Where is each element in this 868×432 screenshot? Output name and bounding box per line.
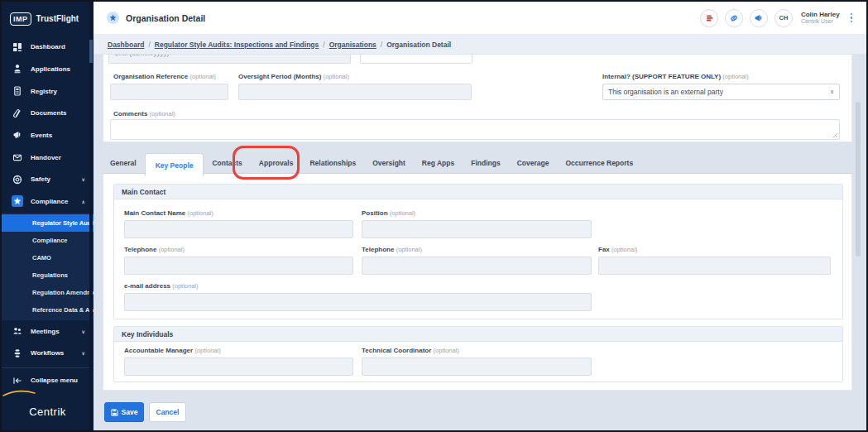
tab-relationships[interactable]: Relationships [301, 154, 364, 173]
compliance-star-icon [12, 195, 23, 207]
main-contact-heading: Main Contact [114, 185, 842, 199]
collapse-arrow-icon [12, 375, 23, 386]
sidebar-item-handover[interactable]: Handover [2, 146, 94, 169]
tab-approvals[interactable]: Approvals [251, 154, 302, 173]
resize-handle-icon[interactable] [832, 132, 838, 138]
chevron-up-icon: ∧ [82, 199, 85, 204]
user-name: Colin Harley [801, 11, 840, 19]
chevron-down-icon: ∨ [82, 176, 85, 182]
sidebar-item-documents[interactable]: Documents [2, 102, 94, 124]
breadcrumb-regulator-style-audits[interactable]: Regulator Style Audits: Inspections and … [155, 41, 319, 49]
main-contact-name-input[interactable] [124, 220, 353, 238]
user-avatar[interactable]: CH [774, 9, 793, 27]
position-input[interactable] [362, 220, 592, 238]
sidebar-scrollbar-thumb[interactable] [89, 40, 93, 63]
sidebar-item-label: Registry [31, 88, 57, 95]
accountable-manager-input[interactable] [124, 358, 353, 376]
handover-icon [12, 151, 23, 163]
telephone-2-input[interactable] [362, 257, 592, 275]
key-people-card: Main Contact Main Contact Name (optional… [103, 174, 852, 391]
cancel-button[interactable]: Cancel [149, 402, 186, 422]
imp-logo-icon: IMP [10, 12, 31, 26]
internal-select[interactable]: This organisation is an external party ∨ [602, 84, 840, 100]
breadcrumb-current: Organisation Detail [386, 41, 451, 49]
tab-occurrence-reports[interactable]: Occurrence Reports [557, 154, 641, 173]
sidebar-item-registry[interactable]: Registry [2, 80, 94, 103]
megaphone-icon [754, 13, 764, 23]
dashboard-icon [12, 41, 23, 53]
key-individuals-section: Key Individuals Accountable Manager (opt… [113, 326, 843, 382]
telephone-1-input[interactable] [124, 257, 353, 275]
key-individuals-heading: Key Individuals [114, 327, 842, 342]
breadcrumb-separator: / [381, 41, 382, 49]
workflows-icon [12, 348, 23, 359]
topbar: Organisation Detail CH Colin Harley Cent… [94, 2, 866, 35]
tab-contacts[interactable]: Contacts [204, 154, 250, 173]
tab-findings[interactable]: Findings [463, 154, 508, 173]
tab-general[interactable]: General [103, 154, 145, 173]
oversight-period-input[interactable] [238, 84, 472, 100]
submenu-item-regulator-style-audits[interactable]: Regulator Style Audits [2, 214, 94, 232]
general-form-card: Until (dd/mm/yyyy) Organisation Referenc… [103, 55, 852, 142]
sidebar: IMP TrustFlight Dashboard Applications R… [2, 2, 94, 430]
link-icon [729, 13, 739, 23]
centrik-swoosh-icon [0, 389, 38, 397]
save-button[interactable]: Save [104, 402, 144, 422]
breadcrumb-organisations[interactable]: Organisations [329, 41, 376, 49]
sidebar-item-workflows[interactable]: Workflows ∨ [2, 342, 94, 364]
accountable-manager-label: Accountable Manager (optional) [124, 347, 221, 354]
paperclip-icon [12, 108, 23, 119]
safety-icon [12, 174, 23, 185]
more-menu-button[interactable] [846, 11, 856, 25]
position-label: Position (optional) [362, 209, 415, 217]
tab-key-people[interactable]: Key People [145, 153, 204, 176]
page-content: Until (dd/mm/yyyy) Organisation Referenc… [94, 55, 866, 430]
sidebar-item-compliance[interactable]: Compliance ∧ [2, 190, 94, 213]
chevron-down-icon: ∨ [830, 89, 834, 95]
red-list-icon [704, 13, 714, 23]
comments-label: Comments (optional) [113, 110, 175, 118]
email-input[interactable] [124, 293, 592, 311]
tab-oversight[interactable]: Oversight [364, 154, 414, 173]
save-label: Save [122, 408, 138, 416]
sidebar-item-events[interactable]: Events [2, 124, 94, 146]
sidebar-item-safety[interactable]: Safety ∨ [2, 168, 94, 190]
comments-textarea[interactable] [110, 119, 840, 140]
submenu-item-regulation-amendments[interactable]: Regulation Amendments [2, 284, 94, 301]
submenu-item-regulations[interactable]: Regulations [2, 266, 94, 284]
internal-label: Internal? (SUPPORT FEATURE ONLY) (option… [602, 73, 749, 80]
page-scrollbar-thumb[interactable] [856, 102, 861, 257]
page-scrollbar[interactable] [856, 55, 861, 430]
organisation-reference-input[interactable] [110, 84, 228, 100]
submenu-item-camo[interactable]: CAMO [2, 249, 94, 266]
megaphone-icon [12, 129, 23, 141]
submenu-item-compliance[interactable]: Compliance [2, 232, 94, 249]
meetings-icon [12, 325, 23, 337]
user-info[interactable]: Colin Harley Centrik User [801, 11, 840, 26]
sidebar-item-label: Meetings [31, 328, 60, 335]
breadcrumb: Dashboard / Regulator Style Audits: Insp… [94, 35, 866, 55]
breadcrumb-dashboard[interactable]: Dashboard [108, 41, 144, 49]
telephone-1-label: Telephone (optional) [124, 246, 185, 253]
sidebar-item-label: Compliance [31, 198, 68, 205]
clipped-input[interactable] [360, 55, 472, 64]
app-logo[interactable]: IMP TrustFlight [2, 2, 94, 36]
sidebar-item-label: Dashboard [31, 43, 65, 50]
sidebar-item-dashboard[interactable]: Dashboard [2, 36, 94, 58]
sidebar-item-label: Safety [31, 175, 50, 183]
sidebar-item-applications[interactable]: Applications [2, 58, 94, 80]
sidebar-item-label: Events [31, 132, 52, 139]
notifications-button[interactable] [700, 9, 718, 27]
link-button[interactable] [725, 9, 743, 27]
fax-input[interactable] [598, 257, 831, 275]
technical-coordinator-input[interactable] [362, 358, 592, 376]
tab-coverage[interactable]: Coverage [509, 154, 558, 173]
chevron-down-icon: ∨ [82, 329, 85, 334]
detail-tabs: General Key People Contacts Approvals Re… [103, 154, 852, 174]
until-date-input[interactable]: Until (dd/mm/yyyy) [108, 55, 351, 64]
main-contact-section: Main Contact Main Contact Name (optional… [113, 184, 843, 319]
tab-reg-apps[interactable]: Reg Apps [414, 154, 463, 173]
sidebar-item-meetings[interactable]: Meetings ∨ [2, 320, 94, 343]
submenu-item-reference-data[interactable]: Reference Data & Ana... [2, 301, 94, 319]
announcements-button[interactable] [750, 9, 768, 27]
